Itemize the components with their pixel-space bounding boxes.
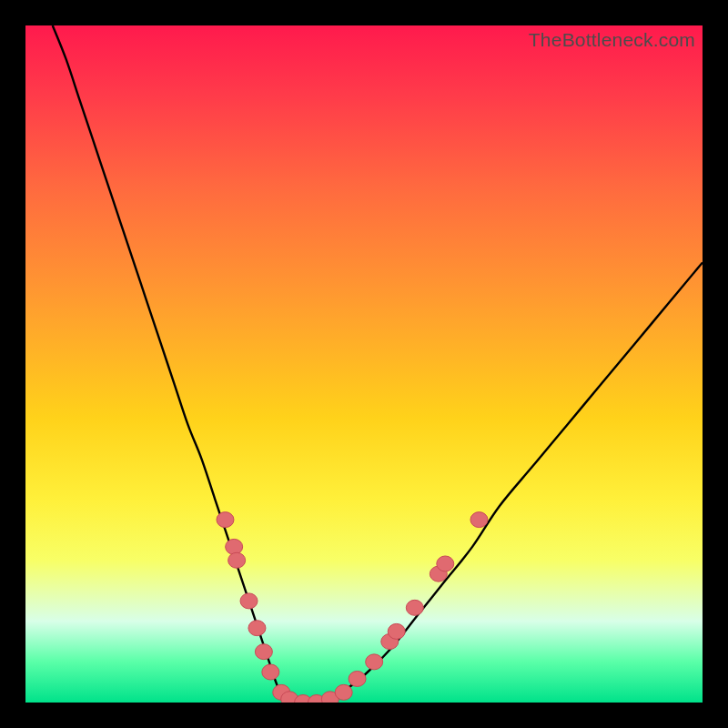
chart-svg bbox=[25, 25, 703, 703]
curve-marker bbox=[228, 552, 246, 568]
curve-marker bbox=[226, 539, 243, 554]
curve-marker bbox=[349, 671, 366, 686]
curve-marker bbox=[388, 623, 405, 639]
curve-marker bbox=[217, 512, 234, 528]
chart-frame: TheBottleneck.com bbox=[0, 0, 728, 728]
curve-marker bbox=[366, 654, 383, 670]
curve-marker bbox=[240, 593, 258, 609]
curve-marker bbox=[437, 556, 454, 571]
curve-marker bbox=[335, 684, 352, 700]
curve-marker bbox=[470, 512, 488, 528]
plot-area: TheBottleneck.com bbox=[25, 25, 703, 703]
curve-marker bbox=[262, 664, 279, 680]
curve-marker bbox=[406, 600, 423, 615]
marker-group bbox=[217, 512, 488, 703]
curve-marker bbox=[248, 621, 266, 636]
curve-marker bbox=[255, 644, 272, 660]
bottleneck-curve-path bbox=[53, 25, 703, 703]
